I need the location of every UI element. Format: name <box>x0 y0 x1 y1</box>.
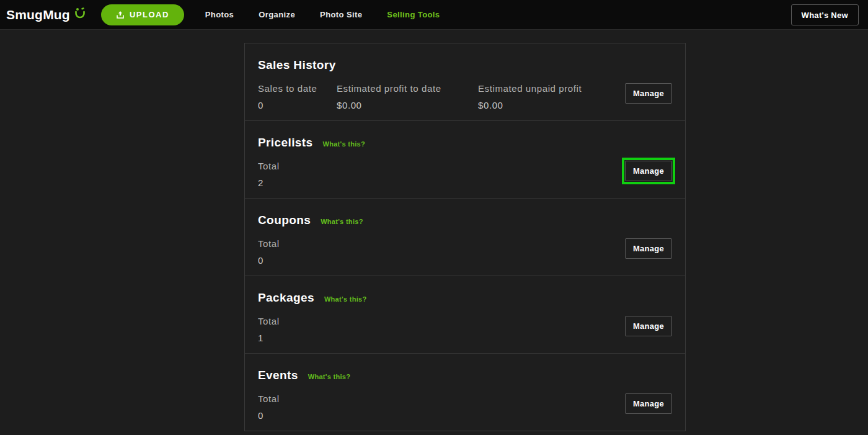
stat-label: Total <box>258 161 337 171</box>
manage-sales-history-button[interactable]: Manage <box>625 83 672 104</box>
section-title: Sales History <box>258 58 336 72</box>
stat-label: Total <box>258 238 337 249</box>
stat-label: Estimated unpaid profit <box>478 83 582 94</box>
nav-item-selling-tools[interactable]: Selling Tools <box>387 10 440 19</box>
section-pricelists: Pricelists What's this? Total 2 Manage <box>245 121 685 199</box>
section-title: Packages <box>258 291 314 305</box>
top-navbar: SmugMug UPLOAD Photos Organize Photo Sit… <box>0 0 868 30</box>
upload-button[interactable]: UPLOAD <box>101 4 184 25</box>
section-packages: Packages What's this? Total 1 Manage <box>245 276 685 354</box>
manage-events-button[interactable]: Manage <box>625 393 672 414</box>
sales-history-stats: Sales to date 0 Estimated profit to date… <box>258 83 672 110</box>
packages-whats-this-link[interactable]: What's this? <box>324 295 367 303</box>
section-coupons: Coupons What's this? Total 0 Manage <box>245 199 685 276</box>
manage-slot: Manage <box>625 238 672 259</box>
highlight-annotation-box: Manage <box>622 158 675 184</box>
events-whats-this-link[interactable]: What's this? <box>308 373 351 380</box>
stat-value: 2 <box>258 177 337 188</box>
manage-pricelists-button[interactable]: Manage <box>625 161 672 181</box>
section-title: Coupons <box>258 213 311 227</box>
stat-pricelists-total: Total 2 <box>258 161 337 188</box>
manage-slot: Manage <box>625 393 672 414</box>
stat-value: $0.00 <box>337 100 478 110</box>
whats-new-button[interactable]: What's New <box>791 4 859 25</box>
stat-estimated-unpaid-profit: Estimated unpaid profit $0.00 <box>478 83 582 110</box>
section-title: Events <box>258 369 298 382</box>
stat-label: Total <box>258 393 337 404</box>
stat-value: $0.00 <box>478 100 582 110</box>
upload-icon <box>116 11 125 19</box>
manage-slot: Manage <box>625 83 672 104</box>
smugmug-logo[interactable]: SmugMug <box>6 7 87 23</box>
nav-item-photos[interactable]: Photos <box>205 10 234 19</box>
stat-value: 0 <box>258 255 337 266</box>
stat-value: 0 <box>258 410 337 421</box>
main-nav: Photos Organize Photo Site Selling Tools <box>205 10 440 19</box>
upload-button-label: UPLOAD <box>130 10 169 19</box>
section-events: Events What's this? Total 0 Manage <box>245 354 685 431</box>
nav-item-organize[interactable]: Organize <box>259 10 295 19</box>
manage-coupons-button[interactable]: Manage <box>625 238 672 259</box>
stat-value: 0 <box>258 100 337 110</box>
coupons-whats-this-link[interactable]: What's this? <box>321 218 363 225</box>
stat-estimated-profit: Estimated profit to date $0.00 <box>337 83 478 110</box>
stat-events-total: Total 0 <box>258 393 337 421</box>
stat-label: Total <box>258 316 337 326</box>
smugmug-smiley-icon <box>73 6 87 23</box>
smugmug-logo-text: SmugMug <box>6 7 70 22</box>
selling-tools-panel: Sales History Sales to date 0 Estimated … <box>244 43 686 431</box>
manage-packages-button[interactable]: Manage <box>625 316 672 336</box>
stat-sales-to-date: Sales to date 0 <box>258 83 337 110</box>
pricelists-whats-this-link[interactable]: What's this? <box>323 140 366 148</box>
nav-item-photo-site[interactable]: Photo Site <box>320 10 362 19</box>
manage-slot: Manage <box>625 316 672 336</box>
stat-value: 1 <box>258 333 337 343</box>
section-sales-history: Sales History Sales to date 0 Estimated … <box>245 43 685 121</box>
stat-packages-total: Total 1 <box>258 316 337 343</box>
stat-label: Sales to date <box>258 83 337 94</box>
stat-label: Estimated profit to date <box>337 83 478 94</box>
stat-coupons-total: Total 0 <box>258 238 337 266</box>
section-title: Pricelists <box>258 136 313 150</box>
